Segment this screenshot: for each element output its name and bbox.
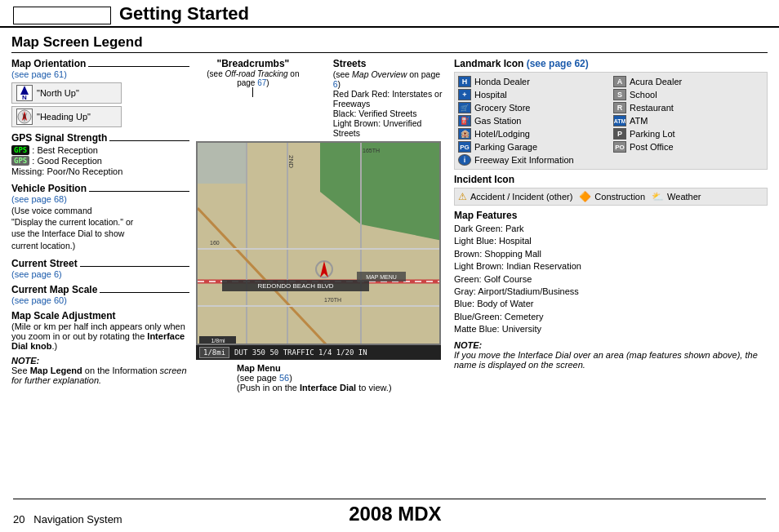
- map-orientation-title: Map Orientation: [11, 58, 86, 69]
- svg-text:160: 160: [210, 240, 220, 246]
- map-svg: REDONDO BEACH BLVD MAP MENU 2ND 165TH 16…: [198, 143, 441, 345]
- map-menu-ref: (see page 56): [237, 373, 292, 383]
- landmark-atm: ATM ATM: [613, 115, 763, 126]
- map-scale-adj-desc: (Mile or km per half inch appears only w…: [11, 321, 185, 351]
- landmark-hotel: 🏨 Hotel/Lodging: [458, 128, 608, 140]
- svg-text:170TH: 170TH: [324, 297, 341, 303]
- gps-best-icon: GPS: [11, 145, 29, 155]
- hotel-icon: 🏨: [458, 128, 471, 140]
- incident-section: Incident Icon ⚠ Accident / Incident (oth…: [454, 174, 768, 206]
- map-scale-ref: (see page 60): [11, 295, 189, 305]
- north-up-icon: N: [16, 85, 33, 101]
- map-features-section: Map Features Dark Green: Park Light Blue…: [454, 210, 768, 336]
- page-footer: 20 Navigation System 2008 MDX: [13, 499, 766, 525]
- landmark-honda: H Honda Dealer: [458, 76, 608, 87]
- gps-good-icon: GPS: [11, 156, 29, 166]
- north-up-label: "North Up": [37, 88, 79, 98]
- incident-construction: 🔶 Construction: [579, 191, 645, 202]
- vehicle-desc: (Use voice command"Display the current l…: [11, 205, 189, 251]
- section-title: Map Screen Legend: [11, 34, 768, 53]
- landmark-parking-lot: P Parking Lot: [613, 128, 763, 140]
- acura-icon: A: [613, 76, 626, 87]
- map-features-list: Dark Green: Park Light Blue: Hospital Br…: [454, 223, 768, 336]
- post-office-icon: PO: [613, 141, 626, 153]
- map-scale-adj-block: Map Scale Adjustment (Mile or km per hal…: [11, 310, 189, 351]
- map-orientation-ref: (see page 61): [11, 69, 67, 79]
- gps-signal-block: GPS Signal Strength GPS : Best Reception…: [11, 132, 189, 176]
- page-header: Getting Started: [0, 0, 779, 28]
- current-street-ref: (see page 6): [11, 269, 189, 279]
- incident-accident: ⚠ Accident / Incident (other): [458, 191, 572, 202]
- vehicle-ref: (see page 68): [11, 194, 189, 204]
- landmark-grocery: 🛒 Grocery Store: [458, 102, 608, 113]
- header-empty-box: [13, 7, 111, 24]
- middle-column: "Breadcrumbs" (see Off-road Tracking on …: [196, 58, 447, 392]
- content-area: Map Orientation (see page 61) N "North U…: [11, 58, 768, 392]
- landmark-parking-garage: PG Parking Garage: [458, 141, 608, 153]
- landmark-hospital: + Hospital: [458, 89, 608, 100]
- left-column: Map Orientation (see page 61) N "North U…: [11, 58, 189, 385]
- gas-icon: ⛽: [458, 115, 471, 126]
- map-scale-adj-title: Map Scale Adjustment: [11, 310, 116, 321]
- breadcrumbs-title: "Breadcrumbs": [217, 58, 290, 69]
- main-content: Map Screen Legend Map Orientation (see p…: [0, 31, 779, 396]
- svg-text:1/8mi: 1/8mi: [211, 338, 225, 344]
- incident-title: Incident Icon: [454, 174, 768, 185]
- vehicle-position-block: Vehicle Position (see page 68) (Use voic…: [11, 183, 189, 251]
- heading-up-label: "Heading Up": [37, 112, 91, 122]
- gps-best-label: : Best Reception: [32, 145, 98, 155]
- landmark-title: Landmark Icon (see page 62): [454, 58, 768, 69]
- footer-nav-label: Navigation System: [33, 513, 122, 525]
- accident-icon: ⚠: [458, 191, 467, 202]
- map-orientation-block: Map Orientation (see page 61) N "North U…: [11, 58, 189, 127]
- page-title: Getting Started: [119, 3, 249, 24]
- scale-info: DUT 350 50 TRAFFIC 1/4 1/20 IN: [234, 348, 367, 357]
- right-note-text: If you move the Interface Dial over an a…: [454, 350, 768, 370]
- gps-title: GPS Signal Strength: [11, 132, 107, 144]
- breadcrumbs-ref: (see Off-road Tracking on page 67): [204, 69, 302, 87]
- atm-icon: ATM: [613, 115, 626, 126]
- streets-label-block: Streets (see Map Overview on page 6) Red…: [333, 58, 447, 138]
- honda-icon: H: [458, 76, 471, 87]
- incident-grid: ⚠ Accident / Incident (other) 🔶 Construc…: [454, 188, 768, 206]
- right-column: Landmark Icon (see page 62) H Honda Deal…: [454, 58, 768, 370]
- page-wrapper: Getting Started Map Screen Legend Map Or…: [0, 0, 779, 532]
- vehicle-title: Vehicle Position: [11, 183, 87, 194]
- gps-missing: Missing: Poor/No Reception: [11, 166, 189, 176]
- landmark-grid: H Honda Dealer A Acura Dealer + Hospital: [454, 72, 768, 170]
- breadcrumbs-annotation: "Breadcrumbs" (see Off-road Tracking on …: [196, 58, 447, 138]
- landmark-acura: A Acura Dealer: [613, 76, 763, 87]
- scale-label: 1/8mi: [199, 347, 229, 358]
- svg-text:165TH: 165TH: [363, 148, 380, 153]
- landmark-section: Landmark Icon (see page 62) H Honda Deal…: [454, 58, 768, 170]
- hospital-icon: +: [458, 89, 471, 100]
- freeway-icon: i: [458, 154, 471, 166]
- gps-best: GPS : Best Reception: [11, 145, 189, 155]
- scale-traffic-bar: 1/8mi DUT 350 50 TRAFFIC 1/4 1/20 IN: [196, 345, 441, 360]
- construction-icon: 🔶: [579, 191, 591, 202]
- current-street-title: Current Street: [11, 258, 78, 269]
- grocery-icon: 🛒: [458, 102, 471, 113]
- footer-page-num: 20: [13, 513, 24, 525]
- school-icon: S: [613, 89, 626, 100]
- map-menu-annotation: Map Menu (see page 56) (Push in on the I…: [237, 363, 392, 392]
- svg-rect-5: [198, 143, 247, 184]
- bottom-note-block: NOTE: See Map Legend on the Information …: [11, 356, 189, 385]
- landmark-gas: ⛽ Gas Station: [458, 115, 608, 126]
- svg-text:MAP MENU: MAP MENU: [366, 274, 397, 280]
- current-street-block: Current Street (see page 6): [11, 258, 189, 279]
- svg-text:REDONDO BEACH BLVD: REDONDO BEACH BLVD: [257, 282, 333, 290]
- note-label: NOTE:: [11, 356, 39, 366]
- right-note-section: NOTE: If you move the Interface Dial ove…: [454, 340, 768, 370]
- restaurant-icon: R: [613, 102, 626, 113]
- note-text: See Map Legend on the Information screen…: [11, 366, 189, 385]
- north-up-item: N "North Up": [11, 82, 122, 104]
- heading-up-icon: [16, 109, 33, 125]
- breadcrumbs-label-block: "Breadcrumbs" (see Off-road Tracking on …: [204, 58, 302, 97]
- landmark-post-office: PO Post Office: [613, 141, 763, 153]
- map-menu-desc: (Push in on the Interface Dial to view.): [237, 383, 392, 392]
- map-scale-title: Current Map Scale: [11, 284, 97, 295]
- heading-up-item: "Heading Up": [11, 106, 122, 127]
- map-menu-title: Map Menu: [237, 363, 281, 373]
- landmark-school: S School: [613, 89, 763, 100]
